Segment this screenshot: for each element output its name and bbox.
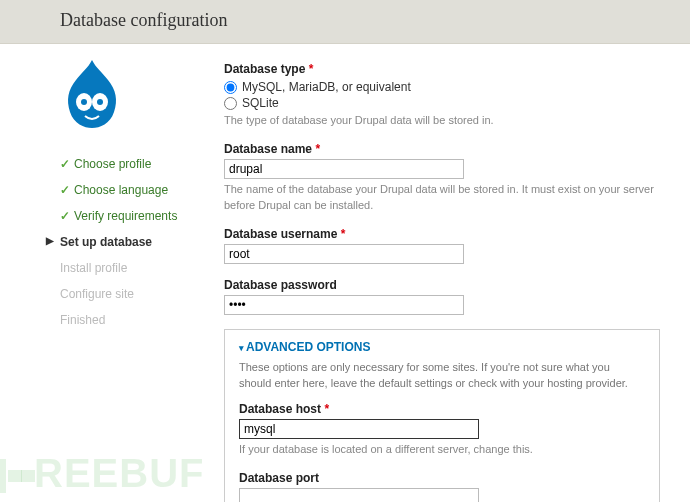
db-user-input[interactable] (224, 244, 464, 264)
sidebar: ✓Choose profile ✓Choose language ✓Verify… (0, 44, 200, 502)
form-area: Database type * MySQL, MariaDB, or equiv… (200, 44, 690, 502)
radio-mysql[interactable]: MySQL, MariaDB, or equivalent (224, 80, 660, 94)
step-install-profile: Install profile (60, 255, 200, 281)
svg-point-3 (97, 99, 103, 105)
db-pass-input[interactable] (224, 295, 464, 315)
db-host-label: Database host * (239, 402, 645, 416)
field-db-port: Database port If your database server is… (239, 471, 645, 502)
field-db-type: Database type * MySQL, MariaDB, or equiv… (224, 62, 660, 128)
advanced-options-box: ▾ADVANCED OPTIONS These options are only… (224, 329, 660, 502)
db-port-label: Database port (239, 471, 645, 485)
db-name-label: Database name * (224, 142, 660, 156)
db-name-desc: The name of the database your Drupal dat… (224, 182, 660, 213)
radio-sqlite-input[interactable] (224, 97, 237, 110)
db-host-desc: If your database is located on a differe… (239, 442, 645, 457)
field-db-pass: Database password (224, 278, 660, 315)
step-choose-profile: ✓Choose profile (60, 151, 200, 177)
advanced-desc: These options are only necessary for som… (239, 360, 645, 392)
db-host-input[interactable] (239, 419, 479, 439)
check-icon: ✓ (60, 157, 70, 171)
step-setup-database: ▶Set up database (60, 229, 200, 255)
db-name-input[interactable] (224, 159, 464, 179)
db-pass-label: Database password (224, 278, 660, 292)
step-configure-site: Configure site (60, 281, 200, 307)
field-db-user: Database username * (224, 227, 660, 264)
page-title: Database configuration (60, 10, 690, 31)
drupal-logo-icon (60, 58, 200, 133)
check-icon: ✓ (60, 209, 70, 223)
db-type-label: Database type * (224, 62, 660, 76)
db-type-desc: The type of database your Drupal data wi… (224, 113, 660, 128)
install-steps: ✓Choose profile ✓Choose language ✓Verify… (60, 151, 200, 333)
radio-sqlite[interactable]: SQLite (224, 96, 660, 110)
advanced-options-toggle[interactable]: ▾ADVANCED OPTIONS (239, 340, 645, 354)
check-icon: ✓ (60, 183, 70, 197)
db-user-label: Database username * (224, 227, 660, 241)
db-port-input[interactable] (239, 488, 479, 502)
field-db-name: Database name * The name of the database… (224, 142, 660, 213)
svg-point-2 (81, 99, 87, 105)
radio-mysql-input[interactable] (224, 81, 237, 94)
caret-down-icon: ▾ (239, 343, 244, 353)
field-db-host: Database host * If your database is loca… (239, 402, 645, 457)
arrow-right-icon: ▶ (46, 235, 54, 246)
step-finished: Finished (60, 307, 200, 333)
main-container: ✓Choose profile ✓Choose language ✓Verify… (0, 44, 690, 502)
page-header: Database configuration (0, 0, 690, 44)
step-verify-requirements: ✓Verify requirements (60, 203, 200, 229)
step-choose-language: ✓Choose language (60, 177, 200, 203)
